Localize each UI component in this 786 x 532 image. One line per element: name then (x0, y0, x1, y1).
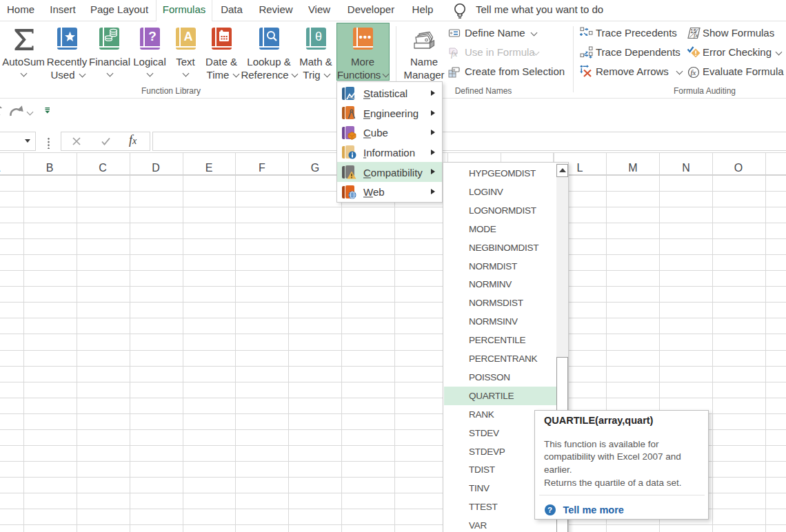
svg-text:fx: fx (694, 32, 698, 39)
svg-text:fx: fx (451, 48, 458, 59)
svg-text:fx: fx (691, 68, 696, 76)
